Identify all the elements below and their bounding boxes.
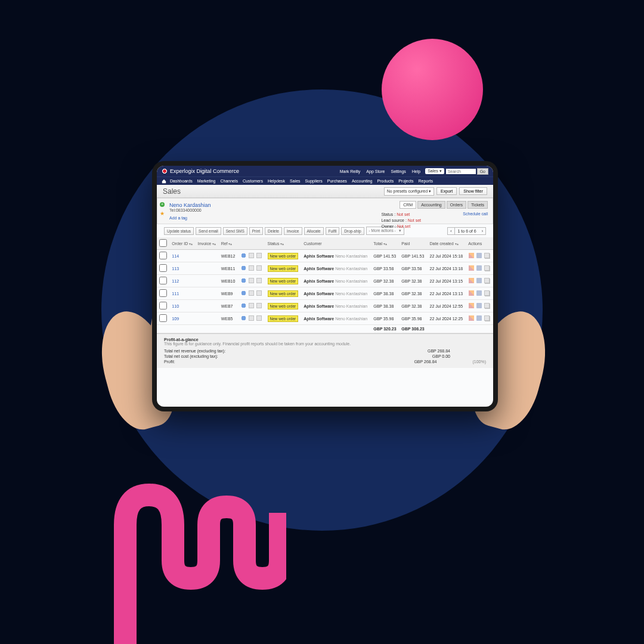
info-icon[interactable] [241, 290, 246, 296]
edit-icon[interactable] [469, 278, 474, 283]
copy-icon[interactable] [484, 315, 490, 321]
edit-icon[interactable] [469, 315, 474, 321]
home-icon[interactable] [162, 179, 166, 184]
info-icon[interactable] [241, 265, 246, 271]
note-icon[interactable] [256, 315, 262, 321]
tab-tickets[interactable]: Tickets [467, 201, 488, 209]
col-status[interactable]: Status ▾▴ [265, 237, 302, 250]
nav-suppliers[interactable]: Suppliers [305, 179, 323, 183]
col-date-created[interactable]: Date created ▾▴ [428, 237, 466, 250]
order-id-link[interactable]: 112 [172, 279, 179, 283]
order-id-link[interactable]: 110 [172, 304, 179, 308]
action-delete[interactable]: Delete [265, 227, 282, 235]
search-input[interactable] [446, 169, 476, 174]
nav-purchases[interactable]: Purchases [327, 179, 347, 183]
link-settings[interactable]: Settings [391, 169, 405, 174]
action-send-sms[interactable]: Send SMS [223, 227, 247, 235]
row-checkbox[interactable] [159, 314, 167, 322]
print-icon[interactable] [476, 290, 482, 296]
nav-dashboards[interactable]: Dashboards [170, 179, 193, 183]
order-id-link[interactable]: 111 [172, 292, 179, 296]
note-icon[interactable] [256, 278, 262, 283]
edit-icon[interactable] [469, 290, 474, 296]
doc-icon[interactable] [249, 303, 254, 308]
doc-icon[interactable] [249, 278, 254, 283]
note-icon[interactable] [256, 303, 262, 308]
info-icon[interactable] [241, 253, 246, 258]
pager-next[interactable]: › [479, 228, 485, 234]
note-icon[interactable] [256, 253, 262, 258]
link-appstore[interactable]: App Store [366, 169, 385, 174]
nav-channels[interactable]: Channels [220, 179, 238, 183]
row-checkbox[interactable] [159, 289, 167, 297]
add-icon[interactable]: + [160, 202, 165, 207]
col-invoice[interactable]: Invoice ▾▴ [196, 237, 219, 250]
print-icon[interactable] [476, 265, 482, 271]
nav-sales[interactable]: Sales [290, 179, 301, 183]
col-customer[interactable]: Customer [301, 237, 371, 250]
action-fulfil[interactable]: Fulfil [326, 227, 340, 235]
copy-icon[interactable] [484, 278, 490, 283]
copy-icon[interactable] [484, 265, 490, 271]
action-send-email[interactable]: Send email [196, 227, 221, 235]
edit-icon[interactable] [469, 265, 474, 271]
show-filter-button[interactable]: Show filter [459, 187, 487, 195]
nav-reports[interactable]: Reports [418, 179, 433, 183]
doc-icon[interactable] [249, 290, 254, 296]
schedule-call-link[interactable]: Schedule call [463, 212, 488, 216]
context-select[interactable]: Sales ▾ [425, 168, 444, 174]
col-actions[interactable]: Actions [466, 237, 493, 250]
note-icon[interactable] [256, 290, 262, 296]
edit-icon[interactable] [469, 303, 474, 308]
print-icon[interactable] [476, 315, 482, 321]
row-checkbox[interactable] [159, 277, 167, 284]
user-name[interactable]: Mark Reilly [340, 169, 361, 174]
row-checkbox[interactable] [159, 302, 167, 309]
copy-icon[interactable] [484, 290, 490, 296]
order-id-link[interactable]: 113 [172, 267, 179, 271]
order-id-link[interactable]: 114 [172, 254, 179, 258]
nav-customers[interactable]: Customers [243, 179, 263, 183]
tab-accounting[interactable]: Accounting [417, 201, 445, 209]
tab-crm[interactable]: CRM [400, 201, 416, 209]
nav-accounting[interactable]: Accounting [352, 179, 373, 183]
presets-select[interactable]: No presets configured ▾ [384, 187, 434, 196]
copy-icon[interactable] [484, 253, 490, 258]
tab-orders[interactable]: Orders [447, 201, 466, 209]
print-icon[interactable] [476, 303, 482, 308]
info-icon[interactable] [241, 278, 246, 283]
col-total[interactable]: Total ▾▴ [371, 237, 399, 250]
action-drop-ship[interactable]: Drop-ship [341, 227, 364, 235]
action-allocate[interactable]: Allocate [304, 227, 324, 235]
print-icon[interactable] [476, 253, 482, 258]
order-id-link[interactable]: 109 [172, 317, 179, 321]
row-checkbox[interactable] [159, 252, 167, 259]
nav-products[interactable]: Products [377, 179, 394, 183]
doc-icon[interactable] [249, 253, 254, 258]
row-checkbox[interactable] [159, 264, 167, 272]
edit-icon[interactable] [469, 253, 474, 258]
note-icon[interactable] [256, 265, 262, 271]
col-order-id[interactable]: Order ID ▾▴ [169, 237, 196, 250]
copy-icon[interactable] [484, 303, 490, 308]
action-invoice[interactable]: Invoice [284, 227, 302, 235]
doc-icon[interactable] [249, 265, 254, 271]
star-icon[interactable]: ★ [160, 210, 165, 216]
action-update-status[interactable]: Update status [164, 227, 194, 235]
nav-marketing[interactable]: Marketing [197, 179, 216, 183]
nav-projects[interactable]: Projects [398, 179, 413, 183]
pager-prev[interactable]: ‹ [448, 228, 454, 234]
add-tag-link[interactable]: Add a tag [169, 216, 187, 220]
doc-icon[interactable] [249, 315, 254, 321]
action-print[interactable]: Print [249, 227, 263, 235]
print-icon[interactable] [476, 278, 482, 283]
col-paid[interactable]: Paid [399, 237, 427, 250]
nav-helpdesk[interactable]: Helpdesk [268, 179, 285, 183]
select-all-checkbox[interactable] [159, 239, 167, 247]
link-help[interactable]: Help [412, 169, 420, 174]
info-icon[interactable] [241, 303, 246, 308]
col-ref[interactable]: Ref ▾▴ [219, 237, 238, 250]
info-icon[interactable] [241, 315, 246, 321]
go-button[interactable]: Go [477, 168, 488, 175]
export-button[interactable]: Export [436, 187, 457, 195]
